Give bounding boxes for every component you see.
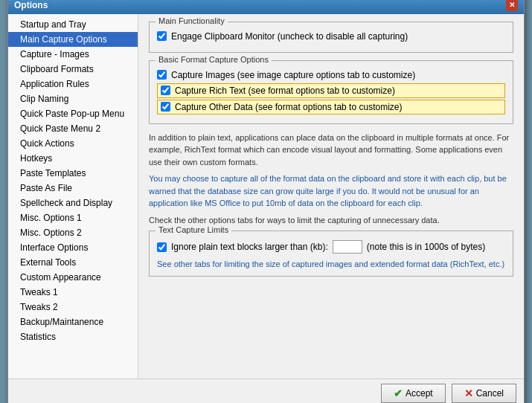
basic-format-title: Basic Format Capture Options [156,55,272,64]
info-para2: You may choose to capture all of the for… [149,173,513,210]
capture-rich-row: Capture Rich Text (see format options ta… [157,83,505,98]
sidebar-item-tweaks1[interactable]: Tweaks 1 [8,285,138,300]
capture-rich-label: Capture Rich Text (see format options ta… [175,86,395,96]
close-button[interactable]: ✕ [506,0,518,11]
sidebar-item-hotkeys[interactable]: Hotkeys [8,151,138,166]
sidebar: Startup and TrayMain Capture OptionsCapt… [8,14,138,378]
options-window: Options ✕ Startup and TrayMain Capture O… [7,0,525,403]
main-functionality-group: Main Functionality Engage Clipboard Moni… [149,22,513,53]
cancel-icon: ✕ [464,387,473,399]
sidebar-item-spellcheck-display[interactable]: Spellcheck and Display [8,196,138,210]
capture-other-row: Capture Other Data (see format options t… [157,100,505,115]
ignore-row: Ignore plain text blocks larger than (kb… [157,240,505,254]
sidebar-item-interface-options[interactable]: Interface Options [8,240,138,255]
capture-rich-checkbox[interactable] [161,86,170,95]
ignore-label: Ignore plain text blocks larger than (kb… [171,242,328,252]
sidebar-item-misc-options1[interactable]: Misc. Options 1 [8,210,138,225]
content-area: Startup and TrayMain Capture OptionsCapt… [8,14,524,378]
capture-images-checkbox[interactable] [157,70,167,80]
ignore-checkbox[interactable] [157,242,167,252]
sidebar-item-external-tools[interactable]: External Tools [8,255,138,270]
sidebar-item-tweaks2[interactable]: Tweaks 2 [8,300,138,315]
sidebar-item-quick-paste-menu2[interactable]: Quick Paste Menu 2 [8,121,138,136]
basic-format-group: Basic Format Capture Options Capture Ima… [149,60,513,124]
sidebar-item-quick-paste-popup[interactable]: Quick Paste Pop-up Menu [8,106,138,121]
window-title: Options [14,0,48,10]
sidebar-item-custom-appearance[interactable]: Custom Appearance [8,270,138,285]
cancel-label: Cancel [476,388,504,399]
sidebar-item-clipboard-formats[interactable]: Clipboard Formats [8,62,138,77]
sidebar-item-startup-tray[interactable]: Startup and Tray [8,17,138,32]
accept-label: Accept [406,388,433,399]
text-capture-group: Text Capture Limits Ignore plain text bl… [149,230,513,277]
see-other-text: See other tabs for limiting the size of … [157,259,505,268]
capture-other-label: Capture Other Data (see format options t… [175,102,402,112]
main-panel: Main Functionality Engage Clipboard Moni… [138,14,524,378]
capture-images-label: Capture Images (see image capture option… [171,70,415,80]
capture-images-row: Capture Images (see image capture option… [157,70,505,80]
main-functionality-title: Main Functionality [156,16,228,25]
engage-checkbox[interactable] [157,31,167,41]
capture-other-checkbox[interactable] [161,102,170,112]
cancel-button[interactable]: ✕ Cancel [452,384,516,403]
sidebar-item-capture-images[interactable]: Capture - Images [8,47,138,62]
info-para1: In addition to plain text, applications … [149,132,513,169]
text-capture-title: Text Capture Limits [156,225,231,234]
engage-checkbox-row: Engage Clipboard Monitor (uncheck to dis… [157,31,505,42]
sidebar-item-quick-actions[interactable]: Quick Actions [8,136,138,151]
accept-icon: ✔ [394,387,403,399]
sidebar-item-misc-options2[interactable]: Misc. Options 2 [8,225,138,240]
info-para3: Check the other options tabs for ways to… [149,214,513,227]
sidebar-item-clip-naming[interactable]: Clip Naming [8,91,138,106]
sidebar-item-statistics[interactable]: Statistics [8,329,138,344]
sidebar-item-main-capture-options[interactable]: Main Capture Options [8,32,138,47]
ignore-value-input[interactable]: 20 [333,240,362,254]
engage-label: Engage Clipboard Monitor (uncheck to dis… [171,31,408,42]
footer: ✔ Accept ✕ Cancel [8,378,524,404]
sidebar-item-backup-maintanence[interactable]: Backup/Maintanence [8,315,138,329]
note-label: (note this is in 1000s of bytes) [367,242,485,252]
accept-button[interactable]: ✔ Accept [381,384,446,403]
sidebar-item-paste-as-file[interactable]: Paste As File [8,181,138,196]
title-bar: Options ✕ [8,0,524,14]
sidebar-item-paste-templates[interactable]: Paste Templates [8,166,138,181]
sidebar-item-application-rules[interactable]: Application Rules [8,77,138,91]
